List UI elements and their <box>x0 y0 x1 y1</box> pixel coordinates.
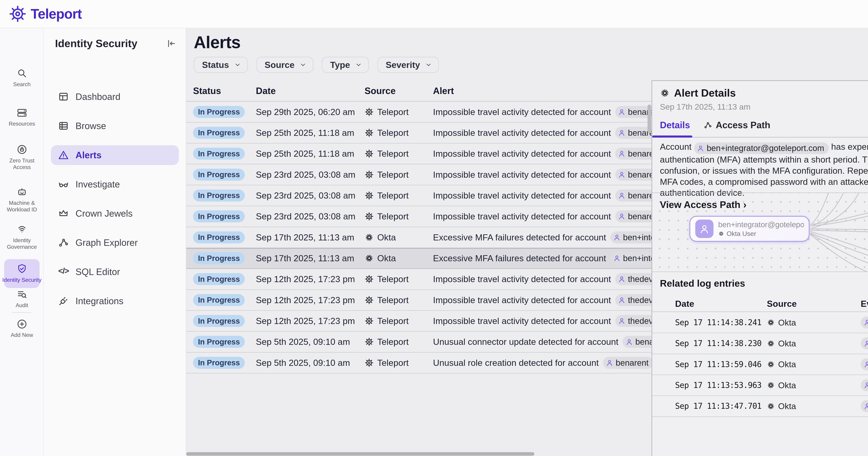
sidebar-item-dashboard[interactable]: Dashboard <box>51 87 179 107</box>
okta-icon <box>365 233 374 242</box>
panel-title: Alert Details <box>674 87 736 99</box>
tab-access-path[interactable]: Access Path <box>704 120 770 130</box>
sidebar-item-browse[interactable]: Browse <box>51 116 179 136</box>
user-icon <box>606 359 614 367</box>
col-event: Event <box>861 298 868 309</box>
code-icon: </> <box>58 266 69 278</box>
rail-item-audit[interactable]: Audit <box>0 289 44 309</box>
user-icon <box>618 212 626 221</box>
account-chip[interactable]: ben+integrator@goteleport.com <box>861 400 868 412</box>
status-badge: In Progress <box>193 169 245 181</box>
user-icon <box>618 171 626 179</box>
plug-icon <box>58 295 69 307</box>
source-filter-button[interactable]: Source <box>256 57 313 73</box>
status-filter-button[interactable]: Status <box>194 57 248 73</box>
rail-item-search[interactable]: Search <box>0 68 44 87</box>
access-path-node-user[interactable]: ben+integrator@goteleport.c... Okta User <box>689 216 809 241</box>
teleport-gear-icon <box>365 358 374 367</box>
rail-item-zero-trust-access[interactable]: Zero Trust Access <box>0 144 44 170</box>
user-icon <box>863 402 868 410</box>
account-chip[interactable]: ben+integrator@goteleport.com <box>861 359 868 370</box>
related-log-entries: Related log entries Date Source Event Se… <box>652 272 868 456</box>
log-row[interactable]: Sep 17 11:13:59.046 Okta ben+integrator@… <box>652 354 868 375</box>
teleport-gear-icon <box>365 107 374 117</box>
alert-description: Account ben+integrator@goteleport.com ha… <box>660 141 868 198</box>
account-chip[interactable]: ben+integrator@goteleport.com <box>861 337 868 349</box>
user-icon <box>618 296 626 304</box>
brand-wordmark: Teleport <box>31 6 82 22</box>
view-access-path-link[interactable]: View Access Path › <box>660 199 746 210</box>
rail-item-machine-workload-id[interactable]: Machine & Workload ID <box>0 187 44 213</box>
rail-item-resources[interactable]: Resources <box>0 107 44 127</box>
graph-nodes-icon <box>58 237 69 248</box>
okta-icon <box>767 360 775 368</box>
okta-icon <box>660 88 670 98</box>
sidebar-item-crown-jewels[interactable]: Crown Jewels <box>51 204 179 223</box>
log-row[interactable]: Sep 17 11:13:53.963 Okta ben+integrator@… <box>652 375 868 396</box>
sidebar-item-integrations[interactable]: Integrations <box>51 291 179 311</box>
crown-icon <box>58 208 69 219</box>
teleport-gear-icon <box>8 5 27 23</box>
user-icon <box>613 233 621 241</box>
status-badge: In Progress <box>193 294 245 306</box>
user-icon <box>618 317 626 325</box>
filter-bar: Status Source Type Severity <box>194 57 439 73</box>
sidebar-item-graph-explorer[interactable]: Graph Explorer <box>51 233 179 253</box>
teleport-logo[interactable]: Teleport <box>8 5 82 23</box>
okta-icon <box>718 231 724 237</box>
fingerprint-icon <box>17 224 27 235</box>
severity-filter-button[interactable]: Severity <box>377 57 439 73</box>
user-icon <box>618 129 626 137</box>
teleport-gear-icon <box>365 212 374 221</box>
rail-item-identity-security[interactable]: Identity Security <box>4 259 39 288</box>
sidebar-item-sql-editor[interactable]: </> SQL Editor <box>51 262 179 282</box>
status-badge: In Progress <box>193 252 245 264</box>
glasses-icon <box>58 178 69 190</box>
user-icon <box>613 254 621 262</box>
status-badge: In Progress <box>193 210 245 222</box>
log-row[interactable]: Sep 17 11:14:38.230 Okta ben+integrator@… <box>652 333 868 354</box>
teleport-gear-icon <box>365 128 374 137</box>
status-badge: In Progress <box>193 315 245 327</box>
sidebar-item-investigate[interactable]: Investigate <box>51 174 179 194</box>
status-badge: In Progress <box>193 231 245 244</box>
page-title: Alerts <box>194 32 241 52</box>
shield-check-icon <box>17 263 27 274</box>
okta-icon <box>365 254 374 263</box>
status-badge: In Progress <box>193 127 245 139</box>
chevron-down-icon <box>355 61 362 68</box>
teleport-gear-icon <box>365 275 374 284</box>
table-icon <box>58 120 69 132</box>
collapse-sidebar-icon[interactable] <box>166 38 177 49</box>
user-icon <box>618 108 626 116</box>
col-source: Source <box>767 298 861 309</box>
rail-item-identity-governance[interactable]: Identity Governance <box>0 224 44 250</box>
user-icon <box>618 192 626 200</box>
search-icon <box>17 68 27 79</box>
user-icon <box>625 338 633 346</box>
servers-icon <box>17 107 27 118</box>
col-status: Status <box>193 85 256 96</box>
user-icon <box>618 275 626 283</box>
plus-circle-icon <box>17 319 27 330</box>
account-chip[interactable]: ben+integrator@goteleport.com <box>861 379 868 391</box>
user-icon <box>618 149 626 158</box>
type-filter-button[interactable]: Type <box>322 57 369 73</box>
audit-list-search-icon <box>17 289 27 300</box>
log-row[interactable]: Sep 17 11:14:38.241 Okta ben+integrator@… <box>652 312 868 333</box>
horizontal-scrollbar-thumb[interactable] <box>186 452 534 456</box>
tab-details[interactable]: Details <box>660 120 690 130</box>
rail-item-add-new[interactable]: Add New <box>0 319 44 338</box>
access-path-icon <box>704 121 712 130</box>
logs-table-header: Date Source Event <box>652 296 868 312</box>
table-vertical-scrollbar-thumb[interactable] <box>648 105 651 134</box>
okta-icon <box>767 381 775 389</box>
account-chip[interactable]: ben+integrator@goteleport.com <box>861 316 868 329</box>
account-chip[interactable]: benarent <box>603 357 653 369</box>
account-chip[interactable]: ben+integrator@goteleport.com <box>694 142 829 154</box>
log-row[interactable]: Sep 17 11:13:47.701 Okta ben+integrator@… <box>652 396 868 417</box>
rail-divider <box>12 312 31 313</box>
col-source: Source <box>365 85 433 96</box>
sidebar-item-alerts[interactable]: Alerts <box>51 145 179 165</box>
status-badge: In Progress <box>193 357 245 369</box>
